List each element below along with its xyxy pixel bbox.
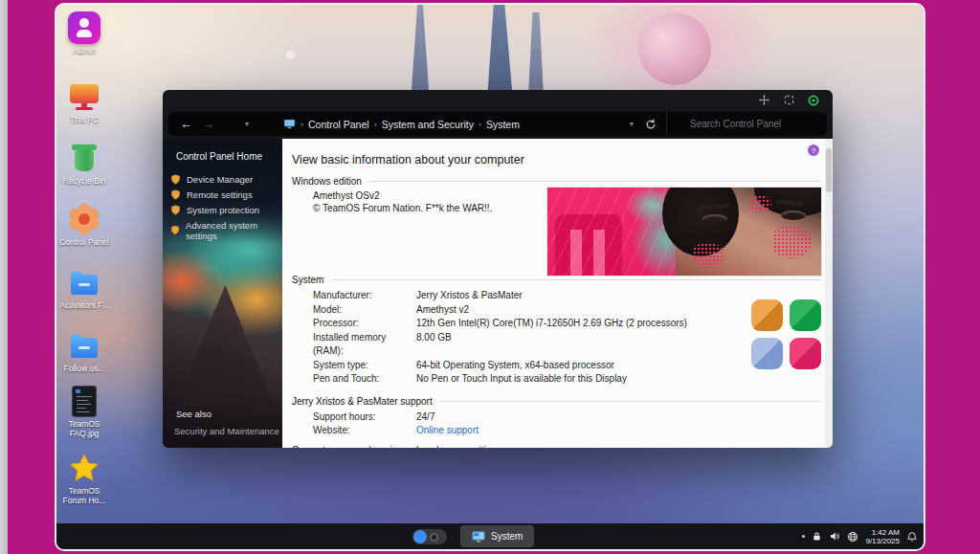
online-support-link[interactable]: Online support	[416, 424, 479, 438]
close-icon[interactable]	[808, 95, 819, 106]
sidebar-item-advanced-system-settings[interactable]: Advanced system settings	[163, 217, 282, 243]
logo-square-green	[790, 299, 821, 331]
uac-shield-icon	[170, 189, 181, 200]
taskbar: System 1:42 AM 9/13/2025	[56, 523, 924, 549]
desktop-icon-label: Recycle Bin	[63, 177, 106, 187]
desktop: Admin This PC Recycle Bin Control Panel	[55, 3, 925, 551]
desktop-icon-teamos-faq[interactable]: TeamOS FAQ.jpg	[57, 385, 111, 438]
desktop-icon-label: Admin	[73, 47, 96, 56]
sidebar-item-device-manager[interactable]: Device Manager	[163, 171, 282, 187]
desktop-icon-recycle-bin[interactable]: Recycle Bin	[57, 142, 111, 187]
edition-banner-art	[547, 188, 821, 276]
table-row: Support hours:24/7	[313, 410, 833, 425]
section-system: System	[292, 275, 821, 285]
breadcrumb-system-security[interactable]: System and Security	[382, 119, 474, 130]
film-edge	[0, 0, 8, 554]
row-value: Amethyst v2	[416, 303, 469, 318]
desktop-icon-this-pc[interactable]: This PC	[57, 80, 111, 125]
notification-bell-icon[interactable]	[906, 531, 918, 543]
moon	[286, 51, 295, 59]
scrollbar[interactable]	[825, 139, 833, 448]
uac-shield-icon	[170, 205, 181, 215]
star-icon	[68, 452, 100, 484]
lock-icon[interactable]	[812, 531, 822, 542]
scrollbar-thumb[interactable]	[826, 148, 832, 192]
refresh-icon[interactable]	[645, 119, 657, 130]
folder-icon	[68, 266, 100, 299]
breadcrumb-control-panel[interactable]: Control Panel	[308, 119, 369, 130]
sidebar-item-label: System protection	[187, 205, 259, 215]
glitch-art	[547, 188, 676, 276]
row-value: 12th Gen Intel(R) Core(TM) i7-12650H 2.6…	[416, 317, 687, 331]
taskbar-clock[interactable]: 1:42 AM 9/13/2025	[865, 528, 900, 545]
quad-squares-logo	[751, 299, 821, 369]
volume-icon[interactable]	[829, 531, 840, 542]
maximize-icon[interactable]	[783, 95, 794, 106]
sidebar-item-system-protection[interactable]: System protection	[163, 202, 282, 217]
system-tray: 1:42 AM 9/13/2025	[802, 523, 918, 549]
window-titlebar	[163, 90, 833, 110]
sidebar-item-security-maintenance[interactable]: Security and Maintenance	[174, 426, 279, 436]
window-sidebar: Control Panel Home Device Manager Remote…	[163, 139, 282, 448]
clock-time: 1:42 AM	[865, 528, 900, 537]
breadcrumb-system[interactable]: System	[486, 119, 520, 130]
address-bar: ← → ▾ › Control Panel › System and Secur…	[168, 112, 827, 136]
desktop-icon-control-panel[interactable]: Control Panel	[57, 203, 111, 248]
address-dropdown-chevron-icon[interactable]: ▾	[630, 120, 634, 128]
control-panel-flower-icon	[68, 203, 100, 235]
back-icon[interactable]: ←	[180, 117, 192, 131]
recent-pages-chevron-icon[interactable]: ▾	[245, 120, 249, 128]
section-windows-edition: Windows edition	[292, 176, 821, 187]
sidebar-item-label: Device Manager	[187, 174, 253, 185]
row-value: Jerry Xristos & PasMater	[416, 289, 523, 303]
row-value: 8.00 GB	[416, 331, 452, 359]
desktop-icon-label: TeamOS FAQ.jpg	[57, 420, 111, 438]
section-heading: Jerry Xristos & PasMater support	[292, 396, 433, 407]
admin-user-icon	[68, 11, 100, 44]
uac-shield-icon	[170, 174, 181, 185]
desktop-icon-admin[interactable]: Admin	[57, 11, 111, 56]
sidebar-control-panel-home[interactable]: Control Panel Home	[163, 139, 282, 171]
image-file-icon	[68, 385, 100, 417]
toggle-grey-circle-icon	[430, 533, 438, 542]
desktop-icon-label: TeamOS Forum Ho...	[57, 487, 111, 505]
folder-icon	[68, 329, 100, 362]
search-input[interactable]	[690, 119, 816, 129]
this-pc-icon	[68, 80, 100, 113]
clock-date: 9/13/2025	[865, 537, 900, 545]
breadcrumb-separator: ›	[301, 120, 303, 129]
breadcrumb: › Control Panel › System and Security › …	[283, 119, 620, 130]
desktop-icon-activators-folder[interactable]: Activators F...	[57, 266, 111, 311]
row-label: Pen and Touch:	[313, 372, 416, 387]
row-label: Installed memory (RAM):	[313, 331, 416, 359]
row-value: 64-bit Operating System, x64-based proce…	[416, 359, 614, 373]
task-button-label: System	[491, 531, 523, 542]
address-strip: ← → ▾ › Control Panel › System and Secur…	[163, 110, 833, 139]
breadcrumb-separator: ›	[374, 120, 377, 129]
sidebar-shade	[163, 390, 282, 448]
forward-icon[interactable]: →	[202, 117, 214, 131]
sidebar-item-label: Remote settings	[187, 189, 253, 200]
address-tail: ▾	[620, 119, 666, 130]
desktop-icon-follow-folder[interactable]: Follow us...	[57, 329, 111, 374]
section-computer-name: Computer name, domain, and workgroup set…	[292, 445, 821, 449]
portrait-art	[676, 188, 821, 276]
sidebar-item-remote-settings[interactable]: Remote settings	[163, 187, 282, 202]
move-window-icon[interactable]	[758, 95, 769, 106]
page-title: View basic information about your comput…	[292, 153, 833, 166]
breadcrumb-separator: ›	[479, 120, 481, 129]
tray-overflow-dot-icon[interactable]	[802, 535, 805, 538]
row-label: Processor:	[313, 317, 416, 331]
logo-square-blue	[751, 338, 783, 369]
table-row: Pen and Touch:No Pen or Touch Input is a…	[313, 372, 833, 387]
taskbar-button-system[interactable]: System	[460, 525, 534, 547]
network-globe-icon[interactable]	[847, 531, 858, 543]
toggle-blue-circle-icon	[413, 530, 427, 543]
section-heading: Windows edition	[292, 176, 362, 187]
sidebar-see-also-heading: See also	[176, 409, 212, 419]
help-button[interactable]: ?	[808, 144, 819, 156]
screen: Admin This PC Recycle Bin Control Panel	[0, 0, 980, 554]
nav-controls: ← → ▾	[168, 117, 283, 131]
taskbar-toggle[interactable]	[412, 529, 447, 544]
desktop-icon-teamos-forum[interactable]: TeamOS Forum Ho...	[57, 452, 111, 505]
